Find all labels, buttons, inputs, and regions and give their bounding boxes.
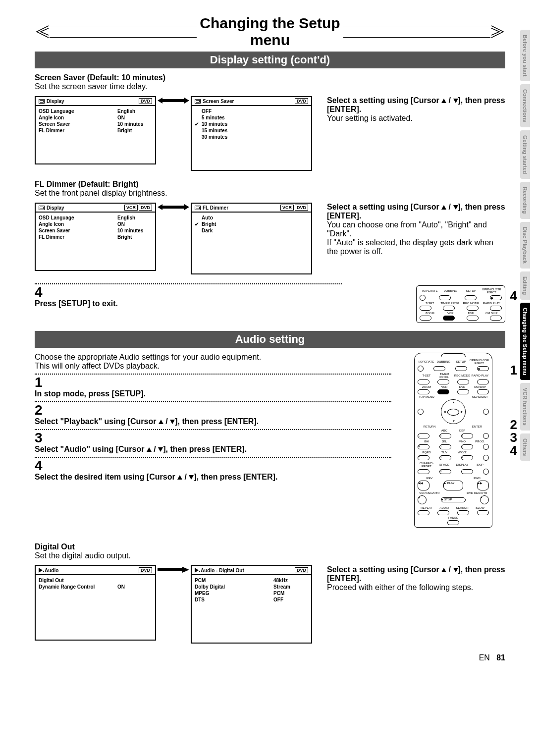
menu-icon xyxy=(39,206,45,210)
play-icon xyxy=(39,568,43,573)
page-title-bar: Changing the Setup menu xyxy=(35,15,505,49)
screen-saver-heading: Screen Saver (Default: 10 minutes) xyxy=(35,73,505,82)
side-tab-active: Changing the Setup menu xyxy=(520,303,530,380)
screen-saver-desc: Set the screen saver time delay. xyxy=(35,82,505,91)
side-tab: Disc Playback xyxy=(520,222,530,269)
page-title: Changing the Setup menu xyxy=(197,15,344,49)
cursor-up-icon xyxy=(441,99,446,103)
digital-out-desc: Set the digital audio output. xyxy=(35,551,505,560)
step-text: Press [SETUP] to exit. xyxy=(35,299,396,308)
menu-icon xyxy=(195,206,201,210)
instruction-heading: Select a setting using [Cursor / ], then… xyxy=(327,203,505,220)
fl-dimmer-heading: FL Dimmer (Default: Bright) xyxy=(35,180,505,189)
audio-intro: Choose the appropriate Audio settings fo… xyxy=(35,353,391,371)
section-banner-audio: Audio setting xyxy=(35,331,505,348)
callout-number: 1 xyxy=(510,363,517,378)
remote-diagram-full: I/OPERATEDUBBINGSETUPOPEN/CLOSE EJECT ⏏ … xyxy=(414,353,492,528)
instruction-text: Your setting is activated. xyxy=(327,114,505,123)
screen-saver-options-box: Screen SaverDVD OFF 5 minutes ✔10 minute… xyxy=(191,96,312,171)
play-icon xyxy=(195,568,199,573)
double-arrow-icon xyxy=(156,203,191,212)
side-tab: Editing xyxy=(520,271,530,300)
arrow-right-icon xyxy=(156,565,191,574)
cursor-up-icon xyxy=(441,205,446,210)
display-menu-box: DisplayDVD OSD LanguageEnglish Angle Ico… xyxy=(35,96,156,164)
svg-marker-1 xyxy=(158,204,189,210)
step-number: 2 xyxy=(35,403,391,417)
side-tabs: Before you start Connections Getting sta… xyxy=(520,30,530,461)
side-tab: Others xyxy=(520,433,530,461)
step-text: In stop mode, press [SETUP]. xyxy=(35,389,391,398)
cursor-down-icon xyxy=(453,99,458,103)
instruction-heading: Select a setting using [Cursor / ], then… xyxy=(327,96,505,114)
menu-icon xyxy=(195,99,201,104)
step-number: 4 xyxy=(35,459,391,473)
svg-marker-2 xyxy=(158,567,189,573)
menu-icon xyxy=(39,99,45,104)
fl-dimmer-options-box: FL DimmerVCRDVD Auto ✔Bright Dark xyxy=(191,203,312,274)
callout-number: 4 xyxy=(510,443,517,458)
step-number: 4 xyxy=(35,285,396,299)
remote-diagram-small: I/OPERATEDUBBINGSETUPOPEN/CLOSE EJECT ⏏ … xyxy=(416,285,505,323)
section-banner-display: Display setting (cont'd) xyxy=(35,52,505,68)
fl-dimmer-desc: Set the front panel display brightness. xyxy=(35,189,505,198)
step-text: Select "Playback" using [Cursor / ], the… xyxy=(35,417,391,426)
digital-out-heading: Digital Out xyxy=(35,542,505,551)
instruction-text: Proceed with either of the following ste… xyxy=(327,583,505,592)
cursor-down-icon xyxy=(453,205,458,210)
display-menu-box: DisplayVCRDVD OSD LanguageEnglish Angle … xyxy=(35,203,156,271)
audio-menu-box: AudioDVD Digital Out Dynamic Range Contr… xyxy=(35,565,156,641)
instruction-text: You can choose one from "Auto", "Bright"… xyxy=(327,220,505,256)
svg-marker-0 xyxy=(158,98,189,104)
callout-number: 4 xyxy=(510,288,517,304)
side-tab: Getting started xyxy=(520,130,530,179)
page-footer: EN 81 xyxy=(35,653,505,662)
side-tab: Before you start xyxy=(520,30,530,81)
side-tab: Recording xyxy=(520,182,530,218)
digital-out-options-box: Audio - Digital OutDVD PCM48kHz Dolby Di… xyxy=(191,565,312,644)
step-number: 3 xyxy=(35,431,391,445)
double-arrow-icon xyxy=(156,96,191,105)
instruction-heading: Select a setting using [Cursor / ], then… xyxy=(327,565,505,583)
step-text: Select the desired item using [Cursor / … xyxy=(35,473,391,482)
chevron-left-icon xyxy=(35,25,50,38)
side-tab: Connections xyxy=(520,84,530,127)
chevron-right-icon xyxy=(490,25,505,38)
side-tab: VCR functions xyxy=(520,383,530,431)
step-number: 1 xyxy=(35,376,391,389)
step-text: Select "Audio" using [Cursor / ], then p… xyxy=(35,445,391,454)
